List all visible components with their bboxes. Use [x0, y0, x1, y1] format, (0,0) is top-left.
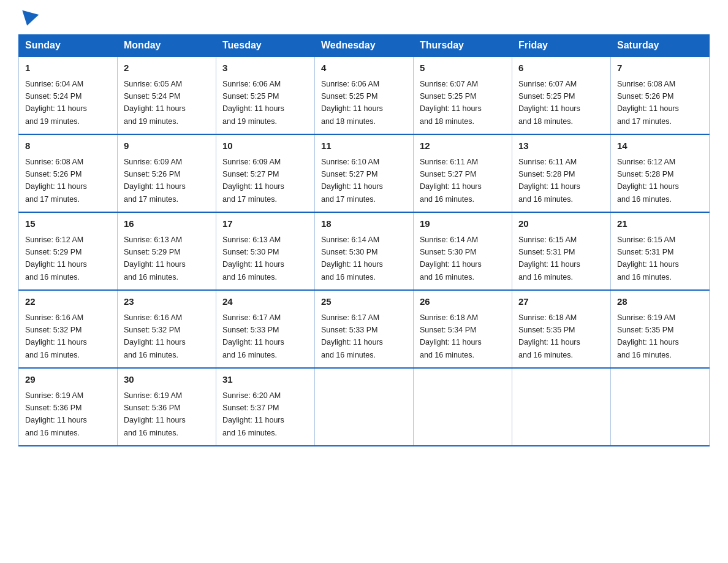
day-number: 20: [518, 217, 604, 231]
day-info: Sunrise: 6:05 AMSunset: 5:24 PMDaylight:…: [124, 80, 186, 126]
calendar-cell: 5 Sunrise: 6:07 AMSunset: 5:25 PMDayligh…: [414, 56, 512, 134]
day-number: 24: [222, 295, 308, 309]
day-number: 30: [124, 373, 210, 387]
calendar-table: Sunday Monday Tuesday Wednesday Thursday…: [18, 34, 710, 446]
calendar-cell: 6 Sunrise: 6:07 AMSunset: 5:25 PMDayligh…: [512, 56, 611, 134]
calendar-cell: 31 Sunrise: 6:20 AMSunset: 5:37 PMDaylig…: [216, 368, 315, 446]
calendar-cell: 11 Sunrise: 6:10 AMSunset: 5:27 PMDaylig…: [315, 134, 414, 212]
calendar-cell: [414, 368, 512, 446]
day-number: 3: [222, 61, 308, 75]
calendar-cell: 16 Sunrise: 6:13 AMSunset: 5:29 PMDaylig…: [118, 212, 216, 290]
day-info: Sunrise: 6:12 AMSunset: 5:29 PMDaylight:…: [25, 236, 87, 282]
calendar-cell: [611, 368, 710, 446]
calendar-cell: 18 Sunrise: 6:14 AMSunset: 5:30 PMDaylig…: [315, 212, 414, 290]
day-info: Sunrise: 6:13 AMSunset: 5:29 PMDaylight:…: [124, 236, 186, 282]
day-number: 17: [222, 217, 308, 231]
day-info: Sunrise: 6:14 AMSunset: 5:30 PMDaylight:…: [420, 236, 482, 282]
day-info: Sunrise: 6:16 AMSunset: 5:32 PMDaylight:…: [124, 313, 186, 359]
day-info: Sunrise: 6:17 AMSunset: 5:33 PMDaylight:…: [321, 313, 383, 359]
calendar-cell: 3 Sunrise: 6:06 AMSunset: 5:25 PMDayligh…: [216, 56, 315, 134]
calendar-cell: 1 Sunrise: 6:04 AMSunset: 5:24 PMDayligh…: [19, 56, 118, 134]
day-info: Sunrise: 6:15 AMSunset: 5:31 PMDaylight:…: [518, 236, 580, 282]
calendar-cell: 2 Sunrise: 6:05 AMSunset: 5:24 PMDayligh…: [118, 56, 216, 134]
calendar-cell: 29 Sunrise: 6:19 AMSunset: 5:36 PMDaylig…: [19, 368, 118, 446]
day-number: 1: [25, 61, 111, 75]
calendar-cell: 15 Sunrise: 6:12 AMSunset: 5:29 PMDaylig…: [19, 212, 118, 290]
logo: [18, 12, 37, 23]
day-number: 5: [420, 61, 506, 75]
calendar-cell: 21 Sunrise: 6:15 AMSunset: 5:31 PMDaylig…: [611, 212, 710, 290]
calendar-week-row: 15 Sunrise: 6:12 AMSunset: 5:29 PMDaylig…: [19, 212, 710, 290]
day-number: 29: [25, 373, 111, 387]
calendar-cell: 25 Sunrise: 6:17 AMSunset: 5:33 PMDaylig…: [315, 290, 414, 368]
day-info: Sunrise: 6:09 AMSunset: 5:26 PMDaylight:…: [124, 158, 186, 204]
calendar-week-row: 8 Sunrise: 6:08 AMSunset: 5:26 PMDayligh…: [19, 134, 710, 212]
day-number: 18: [321, 217, 407, 231]
day-number: 15: [25, 217, 111, 231]
page-header: [18, 12, 710, 23]
calendar-week-row: 29 Sunrise: 6:19 AMSunset: 5:36 PMDaylig…: [19, 368, 710, 446]
logo-text: [18, 12, 37, 23]
calendar-cell: 23 Sunrise: 6:16 AMSunset: 5:32 PMDaylig…: [118, 290, 216, 368]
day-info: Sunrise: 6:15 AMSunset: 5:31 PMDaylight:…: [617, 236, 679, 282]
calendar-cell: 20 Sunrise: 6:15 AMSunset: 5:31 PMDaylig…: [512, 212, 611, 290]
calendar-week-row: 22 Sunrise: 6:16 AMSunset: 5:32 PMDaylig…: [19, 290, 710, 368]
day-info: Sunrise: 6:19 AMSunset: 5:36 PMDaylight:…: [124, 391, 186, 437]
col-wednesday: Wednesday: [315, 35, 414, 57]
day-number: 25: [321, 295, 407, 309]
calendar-cell: 22 Sunrise: 6:16 AMSunset: 5:32 PMDaylig…: [19, 290, 118, 368]
calendar-header-row: Sunday Monday Tuesday Wednesday Thursday…: [19, 35, 710, 57]
day-info: Sunrise: 6:19 AMSunset: 5:35 PMDaylight:…: [617, 313, 679, 359]
col-sunday: Sunday: [19, 35, 118, 57]
calendar-week-row: 1 Sunrise: 6:04 AMSunset: 5:24 PMDayligh…: [19, 56, 710, 134]
day-number: 12: [420, 139, 506, 153]
day-info: Sunrise: 6:07 AMSunset: 5:25 PMDaylight:…: [518, 80, 580, 126]
calendar-cell: 13 Sunrise: 6:11 AMSunset: 5:28 PMDaylig…: [512, 134, 611, 212]
day-info: Sunrise: 6:08 AMSunset: 5:26 PMDaylight:…: [617, 80, 679, 126]
day-number: 23: [124, 295, 210, 309]
calendar-cell: [315, 368, 414, 446]
day-info: Sunrise: 6:11 AMSunset: 5:28 PMDaylight:…: [518, 158, 580, 204]
day-info: Sunrise: 6:17 AMSunset: 5:33 PMDaylight:…: [222, 313, 284, 359]
day-number: 22: [25, 295, 111, 309]
day-number: 6: [518, 61, 604, 75]
calendar-cell: [512, 368, 611, 446]
day-info: Sunrise: 6:16 AMSunset: 5:32 PMDaylight:…: [25, 313, 87, 359]
calendar-cell: 28 Sunrise: 6:19 AMSunset: 5:35 PMDaylig…: [611, 290, 710, 368]
day-number: 28: [617, 295, 703, 309]
calendar-cell: 17 Sunrise: 6:13 AMSunset: 5:30 PMDaylig…: [216, 212, 315, 290]
calendar-cell: 7 Sunrise: 6:08 AMSunset: 5:26 PMDayligh…: [611, 56, 710, 134]
day-number: 8: [25, 139, 111, 153]
day-info: Sunrise: 6:20 AMSunset: 5:37 PMDaylight:…: [222, 391, 284, 437]
day-info: Sunrise: 6:11 AMSunset: 5:27 PMDaylight:…: [420, 158, 482, 204]
day-number: 4: [321, 61, 407, 75]
day-info: Sunrise: 6:08 AMSunset: 5:26 PMDaylight:…: [25, 158, 87, 204]
day-info: Sunrise: 6:12 AMSunset: 5:28 PMDaylight:…: [617, 158, 679, 204]
day-info: Sunrise: 6:18 AMSunset: 5:34 PMDaylight:…: [420, 313, 482, 359]
calendar-cell: 9 Sunrise: 6:09 AMSunset: 5:26 PMDayligh…: [118, 134, 216, 212]
day-info: Sunrise: 6:13 AMSunset: 5:30 PMDaylight:…: [222, 236, 284, 282]
day-info: Sunrise: 6:07 AMSunset: 5:25 PMDaylight:…: [420, 80, 482, 126]
day-number: 31: [222, 373, 308, 387]
day-number: 19: [420, 217, 506, 231]
calendar-cell: 30 Sunrise: 6:19 AMSunset: 5:36 PMDaylig…: [118, 368, 216, 446]
day-number: 14: [617, 139, 703, 153]
calendar-cell: 14 Sunrise: 6:12 AMSunset: 5:28 PMDaylig…: [611, 134, 710, 212]
day-number: 16: [124, 217, 210, 231]
day-number: 10: [222, 139, 308, 153]
calendar-cell: 4 Sunrise: 6:06 AMSunset: 5:25 PMDayligh…: [315, 56, 414, 134]
calendar-cell: 27 Sunrise: 6:18 AMSunset: 5:35 PMDaylig…: [512, 290, 611, 368]
calendar-cell: 12 Sunrise: 6:11 AMSunset: 5:27 PMDaylig…: [414, 134, 512, 212]
day-number: 13: [518, 139, 604, 153]
calendar-cell: 24 Sunrise: 6:17 AMSunset: 5:33 PMDaylig…: [216, 290, 315, 368]
day-info: Sunrise: 6:04 AMSunset: 5:24 PMDaylight:…: [25, 80, 87, 126]
day-number: 26: [420, 295, 506, 309]
col-monday: Monday: [118, 35, 216, 57]
day-info: Sunrise: 6:06 AMSunset: 5:25 PMDaylight:…: [321, 80, 383, 126]
col-thursday: Thursday: [414, 35, 512, 57]
day-number: 9: [124, 139, 210, 153]
day-info: Sunrise: 6:09 AMSunset: 5:27 PMDaylight:…: [222, 158, 284, 204]
calendar-cell: 19 Sunrise: 6:14 AMSunset: 5:30 PMDaylig…: [414, 212, 512, 290]
logo-triangle-icon: [19, 10, 39, 28]
day-number: 7: [617, 61, 703, 75]
